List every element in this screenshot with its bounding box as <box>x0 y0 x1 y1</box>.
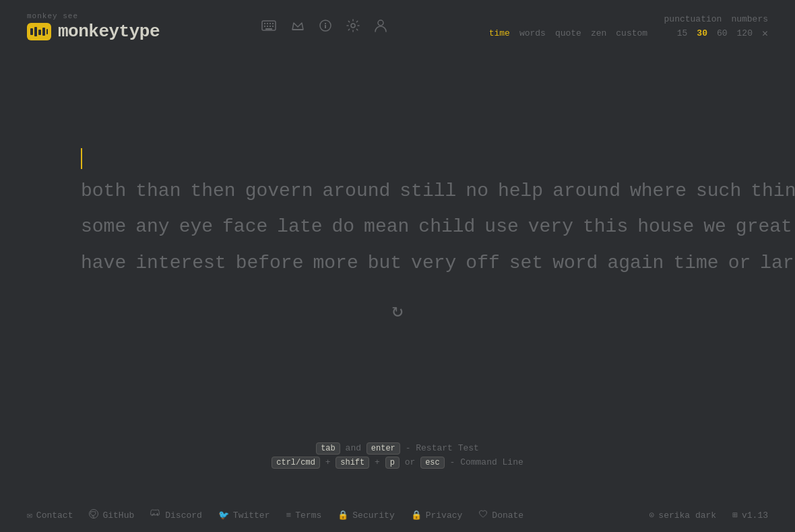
time-60[interactable]: 60 <box>717 28 728 38</box>
terms-icon: ≡ <box>286 510 291 521</box>
logo-icon[interactable] <box>27 23 51 40</box>
word: great <box>736 216 792 237</box>
profile-icon[interactable] <box>375 19 387 36</box>
logo-main: monkeytype <box>27 22 160 42</box>
time-30[interactable]: 30 <box>697 28 707 38</box>
hint-or: or <box>405 457 420 467</box>
word: still <box>400 180 456 201</box>
hint-cmdline: - Command Line <box>450 457 523 467</box>
theme-icon: ⊙ <box>649 510 655 521</box>
word: around <box>322 180 390 201</box>
enter-key: enter <box>367 442 400 455</box>
word: mean <box>364 216 409 237</box>
svg-rect-10 <box>264 26 265 27</box>
word: large <box>760 253 795 273</box>
typing-line-3: haveinterestbeforemorebutveryoffsetworda… <box>81 247 714 279</box>
version-link[interactable]: ⊞ v1.13 <box>732 510 768 521</box>
security-icon: 🔒 <box>338 510 348 521</box>
theme-link[interactable]: ⊙ serika dark <box>649 510 717 521</box>
terms-link[interactable]: ≡ Terms <box>286 510 321 521</box>
word: very <box>411 253 456 273</box>
svg-rect-12 <box>269 26 271 27</box>
footer-hints: tab and enter - Restart Test ctrl/cmd + … <box>0 443 795 471</box>
privacy-icon: 🔒 <box>411 510 422 521</box>
word: late <box>277 216 322 237</box>
privacy-link[interactable]: 🔒 Privacy <box>411 510 463 521</box>
hint-plus1: + <box>325 457 336 467</box>
privacy-label: Privacy <box>426 510 463 521</box>
nav-icons <box>261 19 387 36</box>
info-icon[interactable] <box>319 20 331 35</box>
footer-left: ✉ Contact GitHub Discord 🐦 <box>27 509 523 521</box>
word: house <box>637 216 694 237</box>
twitter-link[interactable]: 🐦 Twitter <box>218 510 270 521</box>
crown-icon[interactable] <box>291 20 305 34</box>
word: any <box>135 216 169 237</box>
settings-row1: punctuation numbers <box>664 14 768 24</box>
github-icon <box>89 509 98 521</box>
theme-label: serika dark <box>658 510 716 521</box>
word: do <box>332 216 355 237</box>
word: more <box>313 253 358 273</box>
security-link[interactable]: 🔒 Security <box>338 510 394 521</box>
discord-link[interactable]: Discord <box>150 509 202 521</box>
svg-rect-16 <box>292 29 303 30</box>
p-key: p <box>385 457 400 469</box>
mode-quote[interactable]: quote <box>555 28 581 38</box>
svg-rect-8 <box>269 23 271 24</box>
discord-icon <box>150 509 161 521</box>
mode-time[interactable]: time <box>489 28 510 38</box>
numbers-toggle[interactable]: numbers <box>731 14 768 24</box>
time-15[interactable]: 15 <box>677 28 688 38</box>
mode-words[interactable]: words <box>519 28 546 38</box>
word: time <box>673 253 718 273</box>
svg-point-24 <box>157 513 158 514</box>
github-label: GitHub <box>102 510 134 521</box>
word: then <box>190 180 235 201</box>
svg-rect-19 <box>325 23 326 24</box>
word: than <box>135 180 181 201</box>
word: some <box>81 216 126 237</box>
footer-right: ⊙ serika dark ⊞ v1.13 <box>649 510 769 521</box>
gear-icon[interactable] <box>346 19 360 36</box>
svg-point-21 <box>378 20 383 26</box>
mode-zen[interactable]: zen <box>591 28 606 38</box>
logo-area: monkey see monkeytype <box>27 12 160 42</box>
svg-rect-3 <box>42 28 45 36</box>
word: off <box>466 253 499 273</box>
punctuation-toggle[interactable]: punctuation <box>664 14 722 24</box>
svg-rect-13 <box>272 26 274 27</box>
refresh-icon[interactable]: ↻ <box>392 299 404 322</box>
word: before <box>236 253 304 273</box>
logo-text[interactable]: monkeytype <box>58 22 160 42</box>
contact-label: Contact <box>36 510 73 521</box>
donate-link[interactable]: Donate <box>478 509 523 521</box>
svg-rect-14 <box>265 28 272 30</box>
mode-custom[interactable]: custom <box>616 28 647 38</box>
esc-key: esc <box>420 457 445 469</box>
footer: ✉ Contact GitHub Discord 🐦 <box>0 498 795 532</box>
word: very <box>528 216 573 237</box>
typing-line-2: someanyeyefacelatedomeanchilduseverythis… <box>81 211 714 243</box>
github-link[interactable]: GitHub <box>89 509 134 521</box>
refresh-container: ↻ <box>81 299 714 322</box>
svg-marker-15 <box>292 23 303 30</box>
contact-link[interactable]: ✉ Contact <box>27 510 73 521</box>
version-label: v1.13 <box>742 510 768 521</box>
settings-close[interactable]: ✕ <box>762 27 768 40</box>
word: where <box>630 180 687 201</box>
settings-row2: time words quote zen custom 15 30 60 120… <box>489 27 768 40</box>
word: both <box>81 180 126 201</box>
word: word <box>552 253 598 273</box>
keyboard-icon[interactable] <box>261 20 276 34</box>
word: eye <box>179 216 213 237</box>
svg-rect-11 <box>267 26 268 27</box>
security-label: Security <box>352 510 394 521</box>
terms-label: Terms <box>295 510 321 521</box>
donate-icon <box>478 509 488 521</box>
donate-label: Donate <box>492 510 523 521</box>
time-120[interactable]: 120 <box>737 28 753 38</box>
twitter-icon: 🐦 <box>218 510 229 521</box>
typing-lines: boththanthengovernaroundstillnohelparoun… <box>81 143 714 279</box>
logo-subtitle: monkey see <box>27 12 78 20</box>
